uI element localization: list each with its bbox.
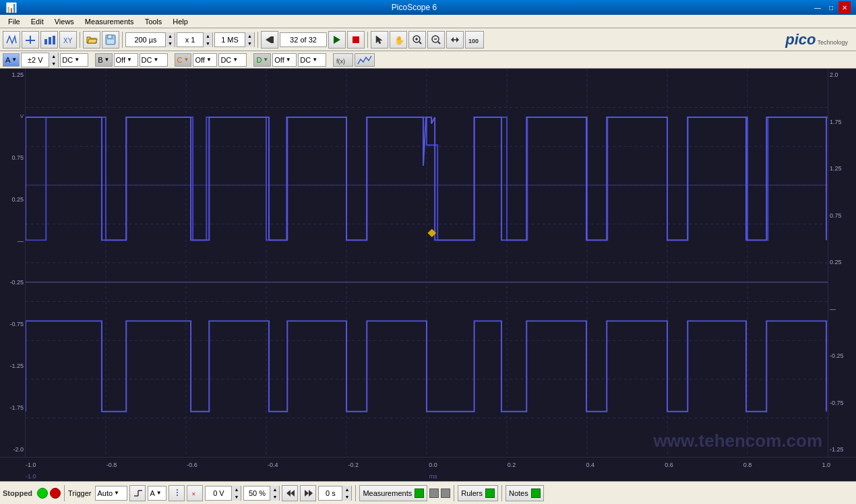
math-icon: f(x) <box>336 54 350 66</box>
zoom-100-icon: 100 <box>468 34 481 45</box>
menu-views[interactable]: Views <box>49 16 80 27</box>
spectrum-btn[interactable] <box>355 53 375 67</box>
zoom-100-btn[interactable]: 100 <box>465 31 484 49</box>
channel-c-btn[interactable]: C ▼ <box>175 53 192 67</box>
minimize-button[interactable]: — <box>812 1 824 13</box>
menu-tools[interactable]: Tools <box>140 16 168 27</box>
cursor-pan-btn[interactable]: ✋ <box>390 31 407 49</box>
trigger-percent-input[interactable]: 50 % <box>244 486 270 500</box>
stop-btn-status[interactable] <box>50 488 61 499</box>
trigger-voltage-spinbox: 0 V ▲ ▼ <box>205 486 241 501</box>
x-axis-unit-label: ms <box>429 473 437 480</box>
mode-realtime-btn[interactable] <box>3 31 20 49</box>
trigger-time-down[interactable]: ▼ <box>342 493 351 501</box>
channel-d-status-dropdown[interactable]: Off ▼ <box>272 53 297 67</box>
rulers-btn[interactable]: Rulers <box>458 485 498 501</box>
trigger-voltage-input[interactable]: 0 V <box>206 486 231 500</box>
measurements-box-1[interactable] <box>429 489 439 498</box>
start-btn[interactable] <box>37 488 48 499</box>
cursor-select-btn[interactable] <box>371 31 388 49</box>
open-file-btn[interactable] <box>83 31 100 49</box>
trigger-time-up[interactable]: ▲ <box>342 486 351 493</box>
channel-d-btn[interactable]: D ▼ <box>253 53 271 67</box>
stop-btn[interactable] <box>347 31 365 49</box>
trigger-mode-dropdown[interactable]: Auto ▼ <box>95 486 127 501</box>
trigger-voltage-up[interactable]: ▲ <box>231 486 241 493</box>
channel-c-arrow: ▼ <box>183 57 189 63</box>
scope-plot[interactable]: www.tehencom.com <box>26 69 828 457</box>
menu-file[interactable]: File <box>3 16 26 27</box>
measurements-box-2[interactable] <box>441 489 450 498</box>
timebase-up-btn[interactable]: ▲ <box>165 32 175 40</box>
yr-label-25: 0.25 <box>830 259 855 267</box>
trigger-mode-arrow: ▼ <box>114 490 119 496</box>
trigger-percent-up[interactable]: ▲ <box>270 486 279 493</box>
trigger-off-btn[interactable]: ✕ <box>187 485 203 501</box>
toolbar-separator-3 <box>257 32 258 48</box>
close-button[interactable]: ✕ <box>838 1 851 13</box>
y-label-neg175: -1.75 <box>1 404 24 412</box>
trigger-delay-btn[interactable] <box>282 485 298 501</box>
go-start-btn[interactable] <box>261 31 278 49</box>
channel-a-btn[interactable]: A ▼ <box>3 53 20 67</box>
samples-up-btn[interactable]: ▲ <box>245 32 254 40</box>
pico-logo: pico <box>785 32 816 47</box>
trigger-channel-dropdown[interactable]: A ▼ <box>148 486 166 501</box>
multiplier-up-btn[interactable]: ▲ <box>203 32 212 40</box>
notes-btn[interactable]: Notes <box>506 485 544 501</box>
menu-help[interactable]: Help <box>167 16 193 27</box>
channel-a-range-up[interactable]: ▲ <box>49 53 58 60</box>
save-file-btn[interactable] <box>102 31 119 49</box>
trigger-percent-down[interactable]: ▼ <box>270 493 279 501</box>
trigger-voltage-btns: ▲ ▼ <box>231 486 241 501</box>
menubar: File Edit Views Measurements Tools Help <box>0 15 856 28</box>
channel-a-range-input[interactable]: ±2 V <box>22 53 49 67</box>
channel-c-status-label: Off <box>195 56 204 64</box>
measurements-btn[interactable]: Measurements <box>359 485 427 501</box>
svg-marker-12 <box>334 36 340 44</box>
channel-d-coupling-dropdown[interactable]: DC ▼ <box>298 53 326 67</box>
math-btn[interactable]: f(x) <box>333 53 353 67</box>
channel-b-status-dropdown[interactable]: Off ▼ <box>114 53 138 67</box>
y-label-neg20: -2.0 <box>1 446 24 454</box>
samples-down-btn[interactable]: ▼ <box>245 40 254 47</box>
yr-label-0: — <box>830 306 855 314</box>
channel-c-status-dropdown[interactable]: Off ▼ <box>193 53 217 67</box>
trigger-time-input[interactable]: 0 s <box>319 486 342 500</box>
zoom-out-btn[interactable] <box>427 31 445 49</box>
timebase-down-btn[interactable]: ▼ <box>165 40 175 47</box>
zoom-in-btn[interactable] <box>408 31 426 49</box>
toolbar-separator-2 <box>122 32 123 48</box>
trigger-delay-off-btn[interactable] <box>300 485 316 501</box>
trigger-voltage-down[interactable]: ▼ <box>231 493 241 501</box>
yr-label-neg25: -0.25 <box>830 352 855 360</box>
multiplier-input[interactable]: x 1 <box>177 33 203 46</box>
menu-measurements[interactable]: Measurements <box>80 16 140 27</box>
mode-bar-btn[interactable] <box>40 31 58 49</box>
toolbar: XY 200 µs ▲ ▼ x 1 ▲ ▼ 1 <box>0 28 856 51</box>
multiplier-down-btn[interactable]: ▼ <box>203 40 212 47</box>
trigger-mode-label: Auto <box>97 489 113 497</box>
maximize-button[interactable]: □ <box>825 1 837 13</box>
samples-input[interactable]: 1 MS <box>215 33 245 46</box>
trigger-time-spinbox: 0 s ▲ ▼ <box>318 486 352 501</box>
stop-icon <box>350 34 361 45</box>
channel-a-range-down[interactable]: ▼ <box>49 60 58 67</box>
menu-edit[interactable]: Edit <box>26 16 49 27</box>
channel-c-coupling-dropdown[interactable]: DC ▼ <box>218 53 247 67</box>
mode-single-btn[interactable] <box>22 31 39 49</box>
trigger-rising-btn[interactable] <box>129 485 146 501</box>
timebase-input[interactable]: 200 µs <box>126 33 165 46</box>
y-label-neg75: -0.75 <box>1 321 24 329</box>
channel-b-coupling-dropdown[interactable]: DC ▼ <box>140 53 168 67</box>
x-label-neg04: -0.4 <box>268 462 278 468</box>
y-label-125-top: 1.25 <box>1 71 24 80</box>
zoom-fit-btn[interactable] <box>446 31 464 49</box>
play-btn[interactable] <box>328 31 346 49</box>
trigger-mark-btn[interactable] <box>169 485 185 501</box>
trigger-percent-spinbox: 50 % ▲ ▼ <box>243 486 280 501</box>
channel-b-btn[interactable]: B ▼ <box>95 53 112 67</box>
zoom-out-icon <box>431 34 441 45</box>
channel-a-coupling-dropdown[interactable]: DC ▼ <box>60 53 88 67</box>
mode-xy-btn[interactable]: XY <box>59 31 77 49</box>
